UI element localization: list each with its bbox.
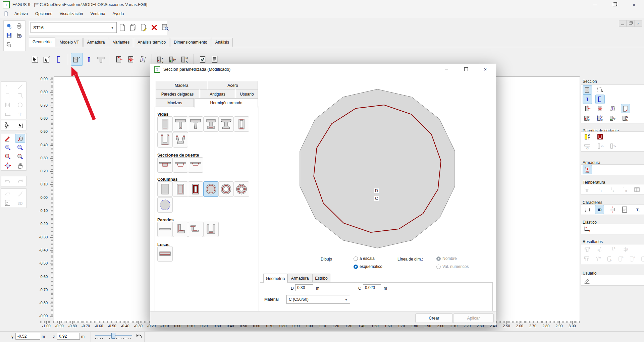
dialog-maximize-button[interactable]: [461, 65, 471, 73]
catalog-item-bridge1[interactable]: [157, 157, 173, 173]
dialog-tab-paredes-delgadas[interactable]: Paredes delgadas: [156, 90, 199, 99]
catalog-item-bridge3[interactable]: [188, 157, 203, 173]
chk3d-icon[interactable]: [3, 198, 12, 207]
rebar-icon[interactable]: [583, 165, 592, 174]
epssigb-icon[interactable]: εσ: [596, 114, 604, 122]
section-combo[interactable]: ST16 ▼: [31, 22, 117, 33]
dialog-minimize-button[interactable]: [441, 65, 451, 73]
param-tab-estribo[interactable]: Estribo: [312, 274, 330, 283]
dialog-tab-antiguas[interactable]: Antiguas: [200, 90, 235, 99]
dialog-tab-acero[interactable]: Acero: [208, 81, 258, 90]
userpencil-icon[interactable]: [583, 276, 592, 285]
radio-esquematico[interactable]: [354, 265, 358, 269]
menu-archivo[interactable]: Archivo: [11, 10, 32, 17]
tsec-icon[interactable]: [95, 53, 107, 65]
docnew-icon[interactable]: [117, 22, 127, 33]
crossred-icon[interactable]: [125, 53, 137, 65]
menu-opciones[interactable]: Opciones: [32, 10, 56, 17]
dialog-tab-madera[interactable]: Madera: [156, 81, 207, 90]
catalog-item-beam-itee[interactable]: [203, 116, 219, 132]
tab-dimensionamiento[interactable]: Dimensionamiento: [170, 38, 211, 47]
printstack-icon[interactable]: [4, 40, 14, 49]
catalog-item-beam-dtee[interactable]: [218, 116, 234, 132]
menu-visualizacion[interactable]: Visualización: [56, 10, 87, 17]
catalog-item-beam-tee-taper[interactable]: [188, 116, 203, 132]
dimred-icon[interactable]: [583, 104, 592, 113]
dialog-tab-macizas[interactable]: Macizas: [156, 98, 194, 108]
material-select[interactable]: C (C50/60) ▼: [286, 295, 350, 304]
fy-icon[interactable]: fy: [608, 114, 617, 122]
catalog-item-col-ring2[interactable]: [234, 181, 249, 197]
zoom-slider-handle[interactable]: [111, 333, 115, 339]
zsel-icon[interactable]: [15, 152, 25, 161]
catalog-item-col-rect-r[interactable]: [173, 181, 188, 197]
param-input-D[interactable]: 0.30: [295, 284, 313, 291]
dimred-icon[interactable]: [113, 53, 124, 65]
radio-a-escala[interactable]: [354, 256, 358, 261]
skewi-icon[interactable]: I: [608, 104, 617, 113]
tab-modelo-vt[interactable]: Modelo VT: [56, 38, 83, 47]
ib-icon[interactable]: I: [83, 53, 95, 65]
catalog-item-bridge2[interactable]: [173, 157, 188, 173]
menu-ayuda[interactable]: Ayuda: [109, 10, 128, 17]
ured-icon[interactable]: [596, 132, 604, 141]
save-icon[interactable]: [4, 31, 14, 40]
y-coordinate-input[interactable]: -0.52: [15, 333, 40, 340]
docl-icon[interactable]: [621, 205, 629, 214]
tab-análisis-térmico[interactable]: Análisis térmico: [134, 38, 169, 47]
catalog-item-col-circle-b[interactable]: [157, 197, 173, 213]
minimize-button[interactable]: [588, 0, 602, 9]
crossred-icon[interactable]: [596, 104, 604, 113]
catalog-item-beam-tee[interactable]: [173, 116, 188, 132]
mdi-restore-button[interactable]: [627, 20, 634, 27]
secrect-icon[interactable]: [583, 86, 592, 94]
elastics-icon[interactable]: s: [583, 225, 592, 233]
catalog-item-beam-u[interactable]: [157, 132, 173, 148]
param-input-C[interactable]: 0.020: [363, 284, 381, 291]
close-button[interactable]: ×: [627, 0, 641, 9]
delx-icon[interactable]: [149, 22, 159, 33]
z-coordinate-input[interactable]: 0.92: [57, 333, 80, 340]
tab-análisis[interactable]: Análisis: [212, 38, 233, 47]
dialog-tab-usuario[interactable]: Usuario: [236, 90, 258, 99]
catalog-item-wall-z[interactable]: [188, 222, 203, 237]
catalog-item-wall-l[interactable]: [173, 222, 188, 237]
catalog-item-beam-utaper[interactable]: [173, 132, 188, 148]
dialog-close-button[interactable]: ×: [480, 65, 490, 73]
crear-button[interactable]: Crear: [415, 314, 453, 323]
sel2-icon[interactable]: [41, 53, 53, 65]
catalog-item-beam-rect[interactable]: [157, 116, 173, 132]
skewi-icon[interactable]: I: [137, 53, 149, 65]
mdi-minimize-button[interactable]: [619, 20, 627, 27]
reset-view-icon[interactable]: [136, 333, 142, 339]
hand-icon[interactable]: [15, 161, 25, 170]
printprev-icon[interactable]: [14, 31, 24, 40]
dialog-tab-hormigón-armado[interactable]: Hormigón armado: [195, 98, 258, 108]
tab-variantes[interactable]: Variantes: [109, 38, 133, 47]
catalog-item-col-rect[interactable]: [157, 181, 173, 197]
zout-icon[interactable]: [15, 143, 25, 152]
orbit-icon[interactable]: [4, 21, 14, 30]
epssig-icon[interactable]: εσ: [583, 114, 592, 122]
secdashed-icon[interactable]: [596, 86, 604, 94]
doccopy-icon[interactable]: [128, 22, 138, 33]
catalog-item-wall-h[interactable]: [157, 222, 173, 237]
vertex-icon[interactable]: [3, 121, 12, 129]
mdi-close-button[interactable]: ×: [634, 20, 642, 27]
vtyellow-icon[interactable]: VT: [583, 132, 592, 141]
pencil-icon[interactable]: [3, 134, 12, 142]
catalog-item-col-circle[interactable]: [203, 181, 219, 197]
catalog-item-col-box[interactable]: [188, 181, 203, 197]
previewicon-icon[interactable]: [160, 22, 170, 33]
cbracket-icon[interactable]: [53, 53, 65, 65]
tt-icon[interactable]: TT: [633, 205, 641, 214]
dimb2-icon[interactable]: [583, 205, 591, 214]
printer-icon[interactable]: [14, 21, 24, 30]
paramrect-icon[interactable]: [71, 53, 83, 65]
zin-icon[interactable]: [3, 143, 12, 152]
tab-armadura[interactable]: Armadura: [84, 38, 109, 47]
zfit-icon[interactable]: [3, 161, 12, 170]
id-icon[interactable]: ID: [595, 205, 604, 214]
nk-icon[interactable]: NK: [621, 114, 630, 122]
catalog-item-slab[interactable]: [157, 246, 173, 262]
